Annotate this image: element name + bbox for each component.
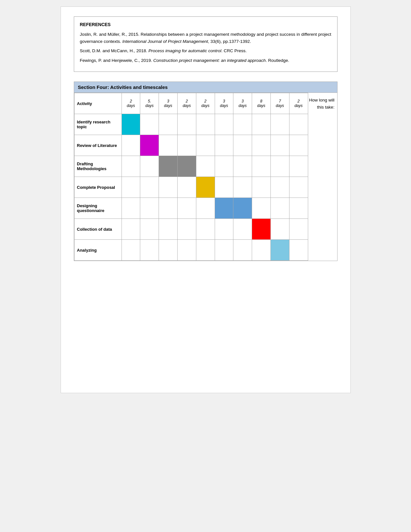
cell-proposal-9 bbox=[289, 177, 308, 198]
references-section: REFERENCES Joslin, R. and Müller, R., 20… bbox=[74, 16, 338, 72]
gantt-side-label: How long will this take: bbox=[308, 93, 337, 261]
col-header-6: 3days bbox=[233, 93, 252, 114]
cell-drafting-5 bbox=[215, 156, 233, 177]
col-header-5: 3days bbox=[215, 93, 233, 114]
references-title: REFERENCES bbox=[80, 22, 331, 27]
cell-designing-3 bbox=[177, 198, 196, 219]
cell-analyzing-7 bbox=[252, 240, 271, 261]
cell-proposal-6 bbox=[233, 177, 252, 198]
cell-drafting-2 bbox=[159, 156, 178, 177]
gantt-row-review: Review of Literature bbox=[74, 135, 308, 156]
cell-review-2 bbox=[159, 135, 178, 156]
reference-2: Scott, D.M. and McCann, H., 2018. Proces… bbox=[80, 47, 331, 54]
gantt-table-container: Activity 2days 5.days 3days 2days 2days … bbox=[74, 93, 308, 261]
col-header-9: 2days bbox=[289, 93, 308, 114]
page: REFERENCES Joslin, R. and Müller, R., 20… bbox=[61, 6, 351, 393]
cell-proposal-8 bbox=[270, 177, 289, 198]
cell-review-8 bbox=[270, 135, 289, 156]
cell-drafting-3 bbox=[177, 156, 196, 177]
col-header-1: 5.days bbox=[140, 93, 159, 114]
activity-designing: Designing questionnaire bbox=[74, 198, 122, 219]
cell-proposal-7 bbox=[252, 177, 271, 198]
cell-drafting-6 bbox=[233, 156, 252, 177]
gantt-row-drafting: Drafting Methodologies bbox=[74, 156, 308, 177]
cell-review-9 bbox=[289, 135, 308, 156]
cell-analyzing-5 bbox=[215, 240, 233, 261]
col-header-0: 2days bbox=[122, 93, 140, 114]
cell-review-1 bbox=[140, 135, 159, 156]
cell-proposal-1 bbox=[140, 177, 159, 198]
cell-analyzing-4 bbox=[196, 240, 215, 261]
cell-review-6 bbox=[233, 135, 252, 156]
activity-analyzing: Analyzing bbox=[74, 240, 122, 261]
cell-identify-8 bbox=[270, 114, 289, 135]
gantt-row-proposal: Complete Proposal bbox=[74, 177, 308, 198]
cell-collection-6 bbox=[233, 219, 252, 240]
reference-3: Fewings, P. and Henjewele, C., 2019. Con… bbox=[80, 57, 331, 64]
cell-drafting-7 bbox=[252, 156, 271, 177]
cell-analyzing-0 bbox=[122, 240, 140, 261]
col-header-2: 3days bbox=[159, 93, 178, 114]
cell-designing-0 bbox=[122, 198, 140, 219]
cell-proposal-5 bbox=[215, 177, 233, 198]
cell-designing-2 bbox=[159, 198, 178, 219]
cell-collection-8 bbox=[270, 219, 289, 240]
gantt-table: Activity 2days 5.days 3days 2days 2days … bbox=[74, 93, 308, 261]
cell-collection-5 bbox=[215, 219, 233, 240]
cell-collection-9 bbox=[289, 219, 308, 240]
cell-review-7 bbox=[252, 135, 271, 156]
cell-designing-8 bbox=[270, 198, 289, 219]
cell-identify-2 bbox=[159, 114, 178, 135]
cell-collection-3 bbox=[177, 219, 196, 240]
cell-collection-1 bbox=[140, 219, 159, 240]
cell-collection-0 bbox=[122, 219, 140, 240]
activity-drafting: Drafting Methodologies bbox=[74, 156, 122, 177]
cell-identify-1 bbox=[140, 114, 159, 135]
activity-proposal: Complete Proposal bbox=[74, 177, 122, 198]
activity-header: Activity bbox=[74, 93, 122, 114]
cell-analyzing-9 bbox=[289, 240, 308, 261]
cell-identify-9 bbox=[289, 114, 308, 135]
cell-collection-2 bbox=[159, 219, 178, 240]
cell-review-4 bbox=[196, 135, 215, 156]
cell-designing-6 bbox=[233, 198, 252, 219]
gantt-row-identify: Identify research topic bbox=[74, 114, 308, 135]
cell-designing-1 bbox=[140, 198, 159, 219]
gantt-row-collection: Collection of data bbox=[74, 219, 308, 240]
cell-analyzing-8 bbox=[270, 240, 289, 261]
cell-proposal-2 bbox=[159, 177, 178, 198]
cell-identify-5 bbox=[215, 114, 233, 135]
cell-drafting-1 bbox=[140, 156, 159, 177]
cell-identify-7 bbox=[252, 114, 271, 135]
cell-identify-3 bbox=[177, 114, 196, 135]
col-header-8: 7days bbox=[270, 93, 289, 114]
reference-1: Joslin, R. and Müller, R., 2015. Relatio… bbox=[80, 31, 331, 45]
activity-identify: Identify research topic bbox=[74, 114, 122, 135]
col-header-3: 2days bbox=[177, 93, 196, 114]
cell-identify-6 bbox=[233, 114, 252, 135]
cell-collection-4 bbox=[196, 219, 215, 240]
col-header-7: 8days bbox=[252, 93, 271, 114]
cell-drafting-4 bbox=[196, 156, 215, 177]
cell-proposal-0 bbox=[122, 177, 140, 198]
gantt-row-analyzing: Analyzing bbox=[74, 240, 308, 261]
cell-designing-9 bbox=[289, 198, 308, 219]
cell-analyzing-2 bbox=[159, 240, 178, 261]
cell-identify-4 bbox=[196, 114, 215, 135]
cell-drafting-0 bbox=[122, 156, 140, 177]
cell-review-0 bbox=[122, 135, 140, 156]
cell-collection-7 bbox=[252, 219, 271, 240]
cell-drafting-9 bbox=[289, 156, 308, 177]
cell-analyzing-3 bbox=[177, 240, 196, 261]
cell-analyzing-1 bbox=[140, 240, 159, 261]
section-four: Section Four: Activities and timescales … bbox=[74, 82, 338, 261]
cell-analyzing-6 bbox=[233, 240, 252, 261]
activity-collection: Collection of data bbox=[74, 219, 122, 240]
cell-identify-0 bbox=[122, 114, 140, 135]
cell-designing-7 bbox=[252, 198, 271, 219]
cell-proposal-3 bbox=[177, 177, 196, 198]
gantt-row-designing: Designing questionnaire bbox=[74, 198, 308, 219]
cell-review-5 bbox=[215, 135, 233, 156]
col-header-4: 2days bbox=[196, 93, 215, 114]
section-four-title: Section Four: Activities and timescales bbox=[74, 82, 338, 93]
